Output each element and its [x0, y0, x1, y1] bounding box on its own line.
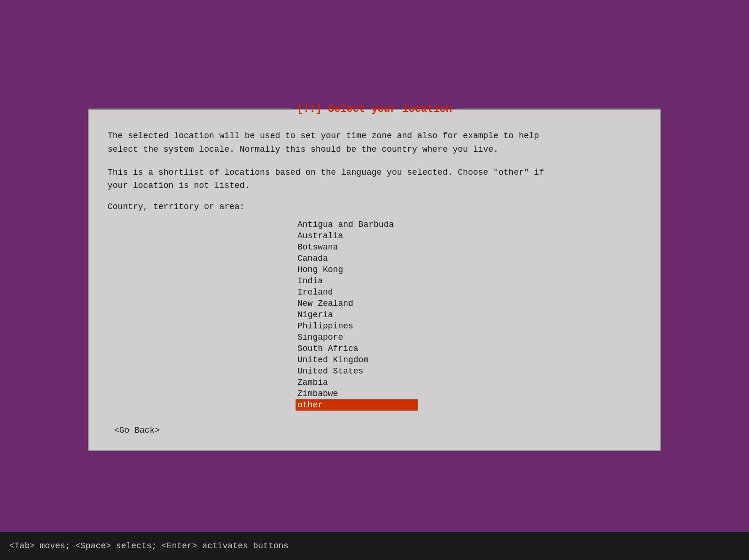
country-item[interactable]: South Africa	[296, 343, 418, 354]
description2: This is a shortlist of locations based o…	[108, 166, 641, 193]
country-item[interactable]: Hong Kong	[296, 264, 418, 275]
country-item[interactable]: Ireland	[296, 287, 418, 298]
country-item[interactable]: Canada	[296, 253, 418, 264]
country-item[interactable]: United Kingdom	[296, 354, 418, 366]
country-item[interactable]: Zimbabwe	[296, 388, 418, 399]
status-text: <Tab> moves; <Space> selects; <Enter> ac…	[9, 541, 289, 551]
country-item[interactable]: Botswana	[296, 241, 418, 253]
country-item[interactable]: Singapore	[296, 332, 418, 343]
title-bar-left-line	[89, 109, 292, 109]
title-bar: [!!] Select your location	[89, 103, 660, 115]
dialog-title: [!!] Select your location	[292, 103, 457, 115]
description1: The selected location will be used to se…	[108, 129, 641, 156]
country-item[interactable]: Antigua and Barbuda	[296, 219, 418, 230]
go-back-button[interactable]: <Go Back>	[112, 425, 162, 436]
status-bar: <Tab> moves; <Space> selects; <Enter> ac…	[0, 532, 749, 560]
country-item[interactable]: other	[296, 399, 418, 411]
country-item[interactable]: United States	[296, 366, 418, 377]
buttons-row: <Go Back>	[108, 425, 641, 436]
screen-wrapper: [!!] Select your location The selected l…	[0, 0, 749, 560]
title-bar-right-line	[457, 109, 660, 109]
country-item[interactable]: New Zealand	[296, 298, 418, 309]
country-item[interactable]: Australia	[296, 230, 418, 241]
country-item[interactable]: Nigeria	[296, 309, 418, 320]
country-label: Country, territory or area:	[108, 202, 641, 211]
country-list: Antigua and BarbudaAustraliaBotswanaCana…	[296, 219, 641, 411]
dialog-box: [!!] Select your location The selected l…	[88, 109, 661, 451]
country-item[interactable]: Zambia	[296, 377, 418, 388]
country-item[interactable]: India	[296, 275, 418, 287]
dialog-content: The selected location will be used to se…	[89, 115, 660, 450]
country-item[interactable]: Philippines	[296, 320, 418, 332]
